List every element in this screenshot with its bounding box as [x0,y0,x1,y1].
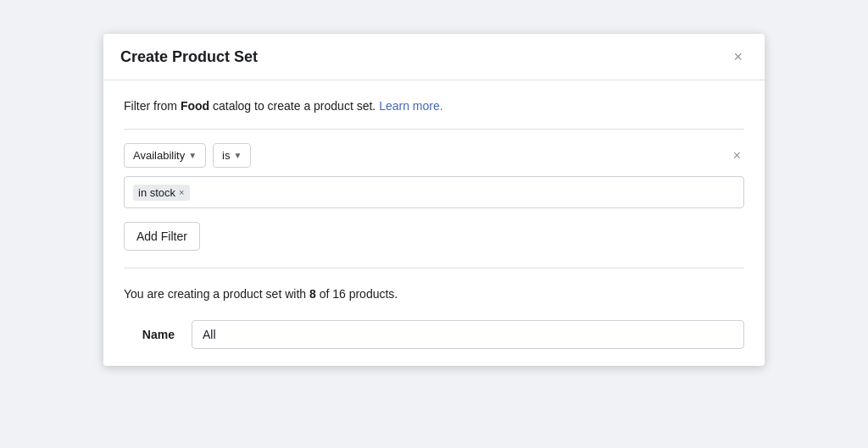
filter-operator-dropdown[interactable]: is ▼ [213,143,251,168]
product-count-middle: of 16 products. [316,287,398,301]
divider-top [124,129,744,130]
description-prefix: Filter from [124,99,181,113]
name-input[interactable] [192,320,744,349]
modal-title: Create Product Set [120,48,258,66]
name-label: Name [124,328,175,341]
filter-operator-label: is [222,149,230,162]
product-count-prefix: You are creating a product set with [124,287,309,301]
filter-type-dropdown[interactable]: Availability ▼ [124,143,206,168]
create-product-set-modal: Create Product Set × Filter from Food ca… [103,34,765,366]
add-filter-button[interactable]: Add Filter [124,222,200,251]
modal-header: Create Product Set × [103,34,765,80]
description-row: Filter from Food catalog to create a pro… [124,97,744,115]
add-filter-label: Add Filter [136,230,187,243]
filter-operator-chevron-icon: ▼ [233,151,242,160]
filter-tag: in stock × [133,185,190,201]
filter-remove-button[interactable]: × [730,146,744,166]
filter-type-chevron-icon: ▼ [188,151,197,160]
filter-tag-label: in stock [138,186,175,199]
product-count-number: 8 [309,287,316,301]
modal-close-button[interactable]: × [728,47,748,66]
filter-section: Availability ▼ is ▼ × in stock × [124,143,744,208]
product-count-row: You are creating a product set with 8 of… [124,285,744,303]
modal-body: Filter from Food catalog to create a pro… [103,80,765,366]
filter-value-box[interactable]: in stock × [124,176,744,208]
divider-bottom [124,268,744,268]
name-row: Name [124,320,744,349]
learn-more-link[interactable]: Learn more. [379,99,442,113]
filter-type-row: Availability ▼ is ▼ × [124,143,744,168]
filter-type-label: Availability [133,149,185,162]
catalog-name: Food [181,99,209,113]
filter-tag-remove-icon[interactable]: × [179,188,184,197]
description-suffix: catalog to create a product set. [209,99,379,113]
filter-value-row: in stock × [124,176,744,208]
